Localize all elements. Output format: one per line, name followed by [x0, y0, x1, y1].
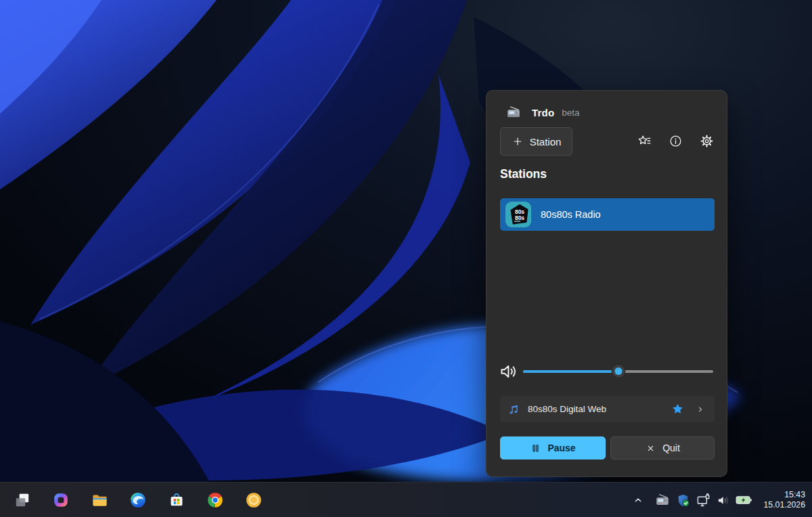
info-button[interactable] [664, 129, 687, 152]
security-shield-icon [675, 493, 691, 508]
copilot-button[interactable] [46, 485, 76, 515]
plus-icon [512, 135, 524, 148]
header-actions [633, 129, 718, 152]
store-icon [168, 491, 185, 509]
stations-heading: Stations [500, 167, 547, 181]
station-logo: 80s 80s [505, 202, 531, 227]
chevron-right-icon[interactable] [694, 403, 706, 415]
chrome-canary-button[interactable] [239, 485, 269, 515]
speaker-icon [499, 361, 519, 382]
favorites-list-icon [637, 133, 652, 148]
action-buttons: Pause Quit [500, 436, 715, 459]
chevron-up-icon [631, 493, 645, 507]
quit-button[interactable]: Quit [610, 436, 715, 459]
edge-icon [129, 491, 147, 509]
now-playing-name: 80s80s Digital Web [528, 404, 606, 414]
app-header: Trdo beta [505, 104, 580, 121]
app-version-badge: beta [562, 108, 579, 118]
edge-button[interactable] [123, 485, 153, 515]
taskbar: 15:43 15.01.2026 [0, 482, 812, 517]
pause-button[interactable]: Pause [500, 436, 606, 459]
copilot-icon [52, 491, 70, 509]
info-icon [669, 134, 683, 148]
chrome-canary-icon [245, 491, 263, 509]
file-explorer-button[interactable] [85, 485, 114, 515]
favorites-button[interactable] [633, 129, 656, 152]
app-title: Trdo [532, 107, 554, 118]
start-icon [14, 491, 31, 509]
taskbar-apps [7, 485, 269, 515]
battery-charging-icon [735, 491, 752, 509]
add-station-button[interactable]: Station [500, 127, 572, 156]
station-name: 80s80s Radio [541, 209, 601, 220]
clock-date: 15.01.2026 [763, 500, 805, 511]
chrome-button[interactable] [200, 485, 230, 515]
station-row[interactable]: 80s 80s 80s80s Radio [500, 198, 715, 231]
now-playing-row[interactable]: 80s80s Digital Web [500, 396, 715, 422]
desktop: Trdo beta Station [0, 0, 812, 517]
x-icon [645, 443, 656, 454]
favorite-star-icon[interactable] [671, 402, 685, 416]
tray-battery[interactable] [734, 487, 754, 514]
radio-app-panel: Trdo beta Station [486, 90, 727, 477]
start-button[interactable] [7, 485, 37, 515]
clock-time: 15:43 [763, 490, 805, 501]
chrome-icon [206, 491, 224, 509]
settings-button[interactable] [695, 129, 718, 152]
folder-icon [91, 491, 109, 510]
tray-speaker-icon [716, 493, 731, 508]
pause-icon [530, 443, 541, 454]
volume-slider-thumb[interactable] [611, 364, 625, 378]
tray-display-device[interactable] [693, 487, 713, 514]
tray-radio-icon [655, 493, 670, 508]
clock[interactable]: 15:43 15.01.2026 [763, 490, 805, 511]
radio-icon [505, 105, 522, 120]
volume-section [499, 361, 716, 382]
volume-slider[interactable] [523, 364, 713, 379]
tray-volume[interactable] [713, 487, 734, 514]
tray-radio-app[interactable] [652, 487, 673, 514]
add-station-label: Station [530, 136, 562, 148]
tray-security[interactable] [673, 487, 693, 514]
display-device-icon [696, 493, 711, 508]
gear-icon [700, 134, 714, 148]
pause-label: Pause [547, 443, 575, 453]
volume-slider-fill [523, 370, 618, 373]
quit-label: Quit [662, 443, 680, 453]
music-note-icon [506, 402, 521, 417]
system-tray: 15:43 15.01.2026 [628, 482, 805, 517]
station-logo-text-bottom: 80s [515, 215, 524, 221]
tray-expand-button[interactable] [628, 487, 648, 514]
store-button[interactable] [162, 485, 191, 515]
